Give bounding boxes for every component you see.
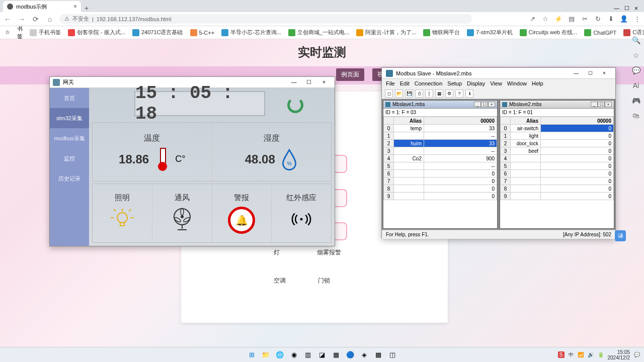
pane-max-icon[interactable]: ☐ xyxy=(481,102,488,107)
sidebar-item[interactable]: modbus采集 xyxy=(50,128,89,148)
register-row[interactable]: 2huim33 xyxy=(384,140,497,147)
control-ir[interactable]: 红外感应 xyxy=(272,184,331,242)
register-row[interactable]: 90 xyxy=(501,193,614,200)
download-icon[interactable]: ⬇ xyxy=(607,15,615,23)
bookmark-item[interactable]: 24071C语言基础 xyxy=(132,29,183,36)
sidebar-item[interactable]: 监控 xyxy=(50,148,89,168)
tray-ime-icon[interactable]: S xyxy=(558,351,565,358)
bookmark-item[interactable]: 阿里云-计算，为了... xyxy=(356,29,416,36)
tool-new-icon[interactable]: ◻ xyxy=(385,89,393,98)
tab-close-icon[interactable]: × xyxy=(73,3,77,10)
sidebar-item[interactable]: stm32采集 xyxy=(50,108,89,128)
bookmark-item[interactable]: 物联网平台 xyxy=(423,29,460,36)
start-button[interactable]: ⊞ xyxy=(246,349,257,360)
register-row[interactable]: 60 xyxy=(501,170,614,177)
side-chat-icon[interactable]: 💬 xyxy=(632,66,640,74)
bookmark-item[interactable]: Circuitjs web 在线... xyxy=(520,29,578,36)
control-fan[interactable]: 通风 xyxy=(152,184,212,242)
share-icon[interactable]: ↗ xyxy=(528,15,536,23)
window-max-icon[interactable]: ☐ xyxy=(624,5,629,12)
task-app6-icon[interactable]: ▩ xyxy=(373,349,384,360)
profile-icon[interactable]: 👤 xyxy=(620,15,628,23)
refresh-icon[interactable] xyxy=(287,97,303,113)
task-explorer-icon[interactable]: 📁 xyxy=(260,349,271,360)
bookmark-item[interactable]: C语言重点梳理 xyxy=(623,29,644,36)
tray-lang-icon[interactable]: 中 xyxy=(569,351,574,358)
menu-icon[interactable]: ⋮ xyxy=(633,15,641,23)
register-row[interactable]: 0temp33 xyxy=(384,125,497,132)
register-row[interactable]: 60 xyxy=(384,170,497,177)
register-row[interactable]: 3-- xyxy=(384,147,497,155)
tray-clock[interactable]: 15:05 2024/12/2 xyxy=(608,349,630,360)
window-close-icon[interactable]: × xyxy=(634,5,638,12)
address-bar[interactable]: ⚠ 不安全 | 192.168.112.137/modbus.html xyxy=(59,14,472,24)
window-min-icon[interactable]: — xyxy=(614,5,619,12)
bookmark-item[interactable]: 5-C++ xyxy=(190,29,215,36)
reload-button[interactable]: ⟳ xyxy=(31,15,40,23)
tool-help-icon[interactable]: ? xyxy=(455,89,463,98)
task-app1-icon[interactable]: ◉ xyxy=(288,349,299,360)
menu-item[interactable]: Display xyxy=(467,80,485,86)
menu-item[interactable]: Edit xyxy=(400,80,410,86)
mb-min-icon[interactable]: — xyxy=(569,70,583,76)
bookmark-item[interactable]: 立创商城_一站式电... xyxy=(288,29,349,36)
task-app3-icon[interactable]: ◪ xyxy=(316,349,328,360)
bookmark-item[interactable]: ChatGPT xyxy=(584,29,616,36)
bookmarks-folder-icon[interactable]: ☆ xyxy=(5,29,10,36)
bookmark-icon[interactable]: ☆ xyxy=(541,15,549,23)
sidebar-item[interactable]: 首页 xyxy=(50,88,89,108)
register-row[interactable]: 80 xyxy=(384,185,497,193)
register-row[interactable]: 1light0 xyxy=(501,132,614,140)
pane-close-icon[interactable]: × xyxy=(488,102,495,107)
side-shop-icon[interactable]: 🛍 xyxy=(632,112,639,120)
back-button[interactable]: ← xyxy=(3,15,12,23)
menu-item[interactable]: Help xyxy=(532,80,543,86)
mb-close-icon[interactable]: × xyxy=(597,70,611,76)
task-app4-icon[interactable]: ▦ xyxy=(331,349,342,360)
side-game-icon[interactable]: 🎮 xyxy=(632,97,640,105)
gw-max-icon[interactable]: ☐ xyxy=(301,79,316,85)
register-row[interactable]: 4Co2900 xyxy=(384,155,497,162)
sync-icon[interactable]: ↻ xyxy=(594,15,602,23)
gw-close-icon[interactable]: × xyxy=(316,79,332,85)
register-row[interactable]: 5-- xyxy=(384,162,497,170)
task-edge-icon[interactable]: 🌐 xyxy=(274,349,285,360)
mb-max-icon[interactable]: ☐ xyxy=(583,70,597,76)
menu-item[interactable]: View xyxy=(490,80,502,86)
tray-volume-icon[interactable]: 🔊 xyxy=(588,352,594,357)
tool-conn-icon[interactable]: ▦ xyxy=(435,89,443,98)
register-row[interactable]: 40 xyxy=(501,155,614,162)
bookmark-item[interactable]: 7-stm32单片机 xyxy=(467,29,513,36)
bookmark-item[interactable]: 半导小芯-芯片查询... xyxy=(221,29,281,36)
register-row[interactable]: 70 xyxy=(384,177,497,185)
modbus-titlebar[interactable]: Modbus Slave - Mbslave2.mbs — ☐ × xyxy=(382,68,615,79)
tool-setup-icon[interactable]: ⚙ xyxy=(445,89,453,98)
task-app2-icon[interactable]: ▥ xyxy=(302,349,313,360)
menu-item[interactable]: Setup xyxy=(447,80,462,86)
pane-titlebar[interactable]: Mbslave2.mbs _☐× xyxy=(500,101,614,109)
browser-tab[interactable]: modbus示例 × xyxy=(3,1,81,12)
reader-icon[interactable]: ▤ xyxy=(568,15,576,23)
side-ai-icon[interactable]: Ai xyxy=(633,81,639,89)
control-light[interactable]: 照明 xyxy=(93,184,152,242)
tool-open-icon[interactable]: 📂 xyxy=(395,89,403,98)
new-tab-button[interactable]: + xyxy=(81,4,92,12)
register-row[interactable]: 2door_lock0 xyxy=(501,140,614,147)
register-row[interactable]: 50 xyxy=(501,162,614,170)
menu-item[interactable]: Window xyxy=(507,80,527,86)
register-row[interactable]: 70 xyxy=(501,177,614,185)
tray-wifi-icon[interactable]: 📶 xyxy=(578,352,584,357)
pane-max-icon[interactable]: ☐ xyxy=(598,102,605,107)
register-row[interactable]: 90 xyxy=(384,193,497,200)
tool-print-icon[interactable]: ⎙ xyxy=(415,89,423,98)
menu-item[interactable]: File xyxy=(386,80,395,86)
sidebar-item[interactable]: 历史记录 xyxy=(50,168,89,189)
task-app5-icon[interactable]: ◈ xyxy=(359,349,370,360)
register-row[interactable]: 3beef0 xyxy=(501,147,614,155)
tool-save-icon[interactable]: 💾 xyxy=(405,89,413,98)
ribbon-button-1[interactable]: 例页面 xyxy=(336,68,364,81)
control-alarm[interactable]: 警报 xyxy=(212,184,272,242)
pane-min-icon[interactable]: _ xyxy=(474,102,481,107)
register-row[interactable]: 1-- xyxy=(384,132,497,140)
tool-about-icon[interactable]: ℹ xyxy=(465,89,473,98)
